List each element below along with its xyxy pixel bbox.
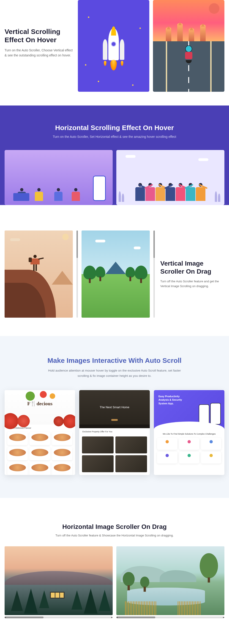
rocket-icon [108,28,119,60]
feature-item [201,438,221,450]
mountain-icon [4,571,113,585]
security-hero-text: Easy Productivity Analysis & Security Sy… [159,395,184,405]
auto-scroll-desc: Hold audience attention at mouser hover … [43,368,186,379]
friend-icon [166,183,175,201]
tree-icon [140,576,149,588]
security-app-site-card[interactable]: Easy Productivity Analysis & Security Sy… [154,390,225,475]
scroll-right-icon[interactable]: ► [223,616,225,618]
food-item [52,432,72,445]
vertical-drag-title: Vertical Image Scroller On Drag [160,260,225,276]
property-item [82,455,114,472]
section-vertical-drag: Vertical Image Scroller On Drag Turn off… [0,205,229,336]
friend-icon [176,183,185,201]
auto-scroll-gallery: F🍴decious Explore Delicious Flavour The … [4,390,225,475]
scroll-left-icon[interactable]: ◄ [116,616,118,618]
friends-group-icon [116,183,225,201]
horizontal-hover-desc: Turn on the Auto Scroller, Set Horizonta… [4,135,225,138]
pine-tree-icon [24,588,38,614]
rocket-image-card[interactable] [78,0,149,92]
cloud-icon [10,238,20,241]
scroll-right-icon[interactable]: ► [111,616,113,618]
food-item [52,462,72,475]
mountain-icon [160,570,196,582]
food-grid [4,429,75,475]
foodecious-logo: F🍴decious [27,401,52,407]
section-horizontal-hover: Horizontal Scrolling Effect On Hover Tur… [0,106,229,205]
sun-icon [209,3,219,14]
pine-tree-icon [99,590,111,611]
feature-item [179,438,199,450]
nature-image-card[interactable] [81,230,150,318]
biker-icon [181,46,197,66]
mountain-icon [52,260,73,284]
friend-icon [186,183,195,201]
feature-item [157,452,177,464]
vertical-hover-desc: Turn on the Auto Scroller, Choose Vertic… [4,48,73,58]
pine-tree-icon [71,590,82,610]
foodecious-site-card[interactable]: F🍴decious Explore Delicious Flavour [4,390,75,475]
smart-home-hero-text: The Next Smart Home [100,406,129,409]
horizontal-drag-desc: Turn off the Auto Scroller feature & Sho… [4,534,225,537]
section-auto-scroll: Make Images Interactive With Auto Scroll… [0,336,229,498]
skyline-icon [153,23,225,41]
desk-icon [13,193,29,201]
reeds-icon [125,601,157,615]
landscape-2-wrap: ◄ ► [116,546,225,618]
friends-image-card[interactable] [116,150,225,205]
horizontal-hover-gallery [4,150,225,205]
hiker-image-card[interactable] [4,230,73,318]
scroll-left-icon[interactable]: ◄ [4,616,6,618]
smart-home-site-card[interactable]: The Next Smart Home Exclusive Property O… [79,390,150,475]
horizontal-hover-title: Horizontal Scrolling Effect On Hover [4,124,225,132]
vertical-hover-gallery [78,0,225,92]
vertical-scrollbar[interactable] [76,230,78,318]
cabin-landscape-card[interactable] [4,546,113,615]
security-mid-text: We Like To Find Simple Solutions To Comp… [154,429,225,436]
property-grid [79,433,150,475]
cloud-icon [126,155,136,158]
vertical-hover-text: Vertical Scrolling Effect On Hover Turn … [4,0,73,58]
pine-tree-icon [39,590,49,608]
vertical-drag-text: Vertical Image Scroller On Drag Turn off… [160,260,225,289]
tree-icon [83,266,96,279]
tree-icon [200,553,218,578]
vertical-hover-title: Vertical Scrolling Effect On Hover [4,28,73,44]
landscape-1-wrap: ◄ ► [4,546,113,618]
office-image-card[interactable] [4,150,113,205]
person-icon [72,188,80,201]
hero-button [111,419,118,421]
person-icon [35,188,43,201]
horizontal-scrollbar[interactable]: ◄ ► [4,616,113,618]
hiker-icon [30,255,40,271]
cloud-icon [198,158,208,161]
tree-icon [95,266,105,278]
friend-icon [145,183,155,201]
friend-icon [196,183,206,201]
cloud-icon [95,240,105,242]
phone-icon [93,176,106,201]
lake-landscape-card[interactable] [116,546,225,615]
cloud-icon [134,246,141,249]
feature-grid: .sc3-cell::before{background:var(--c)} [154,436,225,465]
auto-scroll-title: Make Images Interactive With Auto Scroll [4,357,225,364]
pine-tree-icon [11,590,23,611]
pine-tree-icon [84,588,98,614]
vertical-scrollbar[interactable] [153,230,155,318]
section-vertical-hover: Vertical Scrolling Effect On Hover Turn … [0,0,229,106]
friend-icon [156,183,165,201]
vertical-drag-gallery [4,230,155,318]
section-horizontal-drag: Horizontal Image Scroller On Drag Turn o… [0,498,229,628]
reeds-icon [178,601,201,615]
person-icon [54,188,62,201]
food-item [7,462,28,475]
horizontal-scrollbar[interactable]: ◄ ► [116,616,225,618]
property-item [115,436,147,454]
motorcycle-image-card[interactable] [153,0,225,92]
mountain-icon [106,252,126,274]
food-item [29,432,50,445]
vertical-drag-desc: Turn off the Auto Scroller feature and g… [160,279,225,289]
cabin-icon [50,592,65,598]
tree-icon [126,267,135,278]
property-item [115,455,147,472]
food-item [7,432,28,445]
